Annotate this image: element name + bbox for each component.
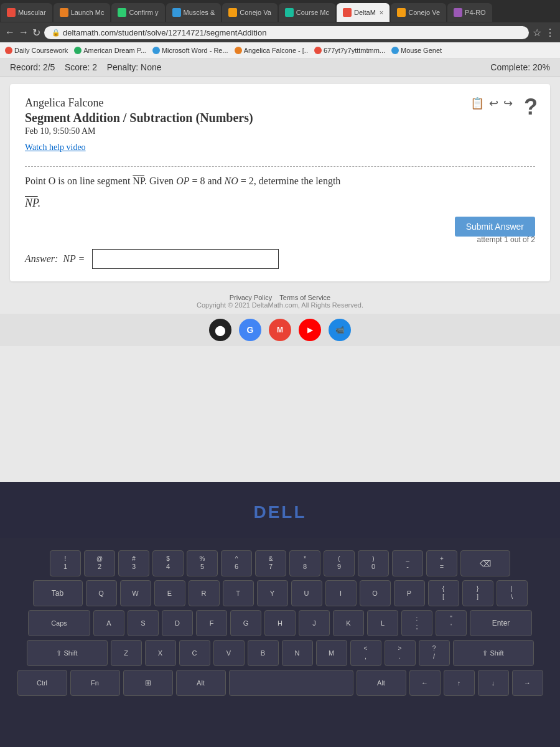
dell-logo: DELL <box>253 502 306 522</box>
key-t[interactable]: T <box>223 580 254 606</box>
redo-icon[interactable]: ↪ <box>503 96 513 110</box>
key-m[interactable]: M <box>316 640 347 666</box>
key-arrow-down[interactable]: ↓ <box>478 670 509 696</box>
bookmark-american-dream[interactable]: American Dream P... <box>74 47 146 54</box>
tab-close-deltam[interactable]: × <box>380 9 383 16</box>
undo-icon[interactable]: ↩ <box>489 96 498 110</box>
key-quote[interactable]: "' <box>436 610 467 636</box>
bookmark-677[interactable]: 677yt7y7ytttmtmm... <box>314 47 385 54</box>
key-period[interactable]: >. <box>385 640 416 666</box>
key-q[interactable]: Q <box>86 580 117 606</box>
tab-muscles[interactable]: Muscles & <box>166 3 222 22</box>
meet-icon[interactable]: 📹 <box>329 319 351 341</box>
help-icon[interactable]: ? <box>524 94 538 120</box>
key-tab[interactable]: Tab <box>33 580 83 606</box>
key-d[interactable]: D <box>162 610 193 636</box>
key-7[interactable]: &7 <box>255 550 286 576</box>
key-k[interactable]: K <box>333 610 364 636</box>
key-8[interactable]: *8 <box>289 550 320 576</box>
menu-button[interactable]: ⋮ <box>545 27 555 39</box>
key-caps[interactable]: Caps <box>28 610 90 636</box>
key-u[interactable]: U <box>291 580 322 606</box>
key-5[interactable]: %5 <box>187 550 218 576</box>
gmail-icon[interactable]: M <box>269 319 291 341</box>
tab-confirm[interactable]: Confirm y <box>111 3 164 22</box>
chrome-icon[interactable]: G <box>239 319 261 341</box>
key-1[interactable]: !1 <box>50 550 81 576</box>
tab-deltam[interactable]: DeltaM × <box>337 3 390 22</box>
key-shift-left[interactable]: ⇧ Shift <box>27 640 108 666</box>
key-semicolon[interactable]: :; <box>401 610 432 636</box>
key-p[interactable]: P <box>394 580 425 606</box>
key-ctrl-left[interactable]: Ctrl <box>17 670 67 696</box>
tab-favicon-muscular <box>7 8 16 17</box>
key-comma[interactable]: <, <box>350 640 381 666</box>
key-bracket-left[interactable]: {[ <box>428 580 459 606</box>
address-bar[interactable]: 🔒 deltamath.com/student/solve/12714721/s… <box>44 26 529 39</box>
key-6[interactable]: ^6 <box>221 550 252 576</box>
youtube-icon[interactable]: ▶ <box>299 319 321 341</box>
key-alt-left[interactable]: Alt <box>176 670 226 696</box>
tab-muscular[interactable]: Muscular <box>1 3 52 22</box>
key-b[interactable]: B <box>248 640 279 666</box>
reload-button[interactable]: ↻ <box>32 27 40 39</box>
key-4[interactable]: $4 <box>152 550 184 576</box>
key-i[interactable]: I <box>325 580 357 606</box>
key-f[interactable]: F <box>196 610 227 636</box>
key-equals[interactable]: += <box>426 550 457 576</box>
key-v[interactable]: V <box>213 640 245 666</box>
tab-launch-mc[interactable]: Launch Mc <box>54 3 111 22</box>
key-space[interactable] <box>229 670 353 696</box>
submit-answer-button[interactable]: Submit Answer <box>455 217 535 237</box>
forward-button[interactable]: → <box>19 27 29 38</box>
key-3[interactable]: #3 <box>118 550 149 576</box>
key-fn[interactable]: Fn <box>70 670 120 696</box>
key-h[interactable]: H <box>264 610 296 636</box>
key-arrow-up[interactable]: ↑ <box>444 670 475 696</box>
key-g[interactable]: G <box>230 610 261 636</box>
key-win[interactable]: ⊞ <box>123 670 173 696</box>
key-z[interactable]: Z <box>111 640 142 666</box>
key-a[interactable]: A <box>93 610 124 636</box>
bookmark-button[interactable]: ☆ <box>533 27 541 39</box>
key-backspace[interactable]: ⌫ <box>460 550 510 576</box>
tab-p4-ro[interactable]: P4-RO <box>447 3 492 22</box>
key-shift-right[interactable]: ⇧ Shift <box>453 640 534 666</box>
key-slash[interactable]: ?/ <box>419 640 450 666</box>
bookmark-daily-coursework[interactable]: Daily Coursework <box>5 47 68 54</box>
key-x[interactable]: X <box>145 640 176 666</box>
key-9[interactable]: (9 <box>324 550 355 576</box>
tab-favicon-course-mc <box>285 8 294 17</box>
notes-icon[interactable]: 📋 <box>470 96 484 110</box>
watch-video-link[interactable]: Watch help video <box>25 143 86 153</box>
key-arrow-left[interactable]: ← <box>409 670 441 696</box>
key-enter[interactable]: Enter <box>470 610 532 636</box>
key-c[interactable]: C <box>179 640 210 666</box>
key-l[interactable]: L <box>367 610 398 636</box>
bookmark-microsoft-word[interactable]: Microsoft Word - Re... <box>152 47 228 54</box>
key-n[interactable]: N <box>282 640 313 666</box>
bookmark-mouse-genet[interactable]: Mouse Genet <box>391 47 442 54</box>
zoom-icon[interactable]: ⬤ <box>209 319 231 341</box>
key-minus[interactable]: _- <box>392 550 423 576</box>
tab-conejo-va[interactable]: Conejo Va <box>222 3 278 22</box>
key-s[interactable]: S <box>128 610 159 636</box>
lock-icon: 🔒 <box>52 29 60 37</box>
bookmark-angelica[interactable]: Angelica Falcone - [.. <box>235 47 308 54</box>
key-y[interactable]: Y <box>257 580 288 606</box>
tab-course-mc[interactable]: Course Mc <box>279 3 335 22</box>
back-button[interactable]: ← <box>5 27 15 38</box>
tab-conejo-ve[interactable]: Conejo Ve <box>391 3 446 22</box>
key-e[interactable]: E <box>154 580 185 606</box>
key-backslash[interactable]: |\ <box>497 580 528 606</box>
key-0[interactable]: )0 <box>358 550 389 576</box>
key-arrow-right[interactable]: → <box>512 670 543 696</box>
key-2[interactable]: @2 <box>84 550 115 576</box>
key-bracket-right[interactable]: }] <box>462 580 493 606</box>
answer-input[interactable] <box>92 249 279 269</box>
key-r[interactable]: R <box>189 580 220 606</box>
key-alt-right[interactable]: Alt <box>357 670 406 696</box>
key-j[interactable]: J <box>299 610 330 636</box>
key-w[interactable]: W <box>120 580 151 606</box>
key-o[interactable]: O <box>360 580 391 606</box>
